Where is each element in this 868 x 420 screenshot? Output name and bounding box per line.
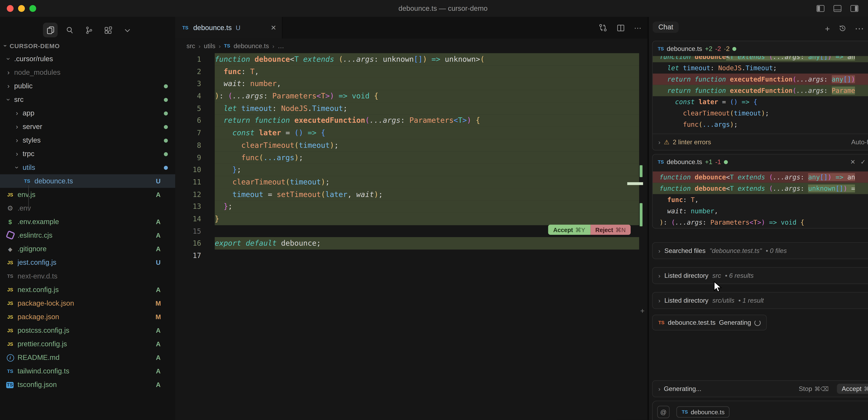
gitignore-icon: ◆ [6, 246, 15, 252]
code-line-12[interactable]: 12 timeout = setTimeout(later, wait); [175, 188, 648, 201]
tree-item-package-json[interactable]: JSpackage.jsonM [0, 310, 175, 324]
tree-item-label: public [14, 82, 32, 90]
history-icon[interactable] [838, 24, 846, 32]
tree-item-readme-md[interactable]: iREADME.mdA [0, 351, 175, 364]
tree-item--env[interactable]: ⚙.env [0, 201, 175, 215]
tool-row-searched-files[interactable]: › Searched files "debounce.test.ts" • 0 … [652, 242, 868, 259]
add-context-button[interactable]: @ [657, 406, 670, 418]
code-line-13[interactable]: 13 }; [175, 200, 648, 213]
code-line-4[interactable]: 4): (...args: Parameters<T>) => void { [175, 90, 648, 103]
toggle-left-panel-icon[interactable] [816, 4, 825, 13]
split-editor-icon[interactable] [616, 24, 625, 32]
tree-item-server[interactable]: ›server [0, 120, 175, 134]
accept-diff-button[interactable]: Accept⌘Y [548, 225, 590, 235]
code-line-10[interactable]: 10 }; [175, 164, 648, 176]
chevron-right-icon[interactable]: › [658, 385, 660, 392]
line-number: 7 [175, 127, 215, 139]
breadcrumb-src[interactable]: src [186, 43, 195, 49]
new-chat-icon[interactable]: + [825, 24, 830, 33]
tab-debounce-ts[interactable]: TS debounce.ts U ✕ [175, 17, 282, 38]
tree-item--gitignore[interactable]: ◆.gitignoreA [0, 242, 175, 256]
diff-card-header[interactable]: TS debounce.ts +1 -1 ✕ ✓ [653, 155, 868, 169]
tree-item-styles[interactable]: ›styles [0, 134, 175, 147]
accept-changes-icon[interactable]: ✓ [861, 158, 866, 166]
tool-row-listed-directory-src-utils[interactable]: › Listed directory src/utils • 1 result [652, 292, 868, 309]
project-root-row[interactable]: › CURSOR-DEMO [4, 41, 60, 51]
scrollbar-indicator[interactable] [627, 182, 643, 185]
diff-card-header[interactable]: TS debounce.ts +2 -2 ·2 [653, 41, 868, 56]
typescript-icon: TS [658, 159, 664, 165]
auto-fix-button[interactable]: Auto-fix › [851, 139, 868, 145]
breadcrumb-file[interactable]: debounce.ts [234, 43, 269, 49]
chat-input-box[interactable]: @ TS debounce.ts [652, 401, 868, 420]
diff-line: func: T, [653, 194, 868, 205]
code-line-2[interactable]: 2 func: T, [175, 65, 648, 78]
removed-count: -2 [715, 45, 721, 52]
linter-errors-label: 2 linter errors [673, 139, 711, 145]
stop-button[interactable]: Stop ⌘⌫ [799, 385, 829, 392]
toggle-right-panel-icon[interactable] [850, 4, 859, 13]
tree-item-package-lock-json[interactable]: JSpackage-lock.jsonM [0, 297, 175, 310]
tree-item-prettier-config-js[interactable]: JSprettier.config.jsA [0, 337, 175, 351]
editor-area: TS debounce.ts U ✕ ⋯ src › utils › TS de… [175, 17, 648, 420]
reject-diff-button[interactable]: Reject⌘N [590, 225, 631, 235]
tree-item-tsconfig-json[interactable]: TStsconfig.jsonA [0, 378, 175, 391]
diff-code-block[interactable]: function debounce<T extends (...args: an… [653, 171, 868, 228]
context-chip-debounce-ts[interactable]: TS debounce.ts [677, 406, 730, 418]
tree-item-next-env-d-ts[interactable]: TSnext-env.d.ts [0, 269, 175, 283]
code-line-1[interactable]: 1function debounce<T extends (...args: u… [175, 53, 648, 65]
tree-item-debounce-ts[interactable]: TSdebounce.tsU [0, 174, 175, 188]
extensions-icon[interactable] [100, 23, 115, 37]
source-control-icon[interactable] [82, 23, 96, 37]
code-line-6[interactable]: 6 return function executedFunction(...ar… [175, 115, 648, 127]
change-indicator-dot [164, 342, 168, 346]
tree-item-node-modules[interactable]: ›node_modules [0, 66, 175, 79]
code-line-3[interactable]: 3 wait: number, [175, 78, 648, 90]
close-tab-icon[interactable]: ✕ [271, 24, 276, 32]
breadcrumb[interactable]: src › utils › TS debounce.ts › … [186, 38, 284, 53]
more-actions-icon[interactable]: ⋯ [634, 24, 642, 32]
panel-divider-plus-icon[interactable]: + [640, 307, 645, 315]
breadcrumb-symbol[interactable]: … [278, 43, 284, 49]
tool-row-listed-directory-src[interactable]: › Listed directory src • 6 results [652, 267, 868, 284]
diff-code-block[interactable]: let timeout: NodeJS.Timeout; return func… [653, 62, 868, 130]
code-line-7[interactable]: 7 const later = () => { [175, 127, 648, 139]
chevron-right-icon: › [6, 68, 11, 77]
toggle-bottom-panel-icon[interactable] [833, 4, 842, 13]
tree-item-utils[interactable]: ›utils [0, 161, 175, 174]
breadcrumb-utils[interactable]: utils [204, 43, 215, 49]
more-icon[interactable]: ⋯ [855, 23, 864, 34]
tree-item--env-example[interactable]: $.env.exampleA [0, 215, 175, 229]
tree-item--cursor-rules[interactable]: ›.cursor/rules [0, 52, 175, 65]
explorer-files-icon[interactable] [43, 23, 58, 37]
tree-item-trpc[interactable]: ›trpc [0, 147, 175, 161]
chevron-right-icon: › [14, 150, 20, 158]
code-line-17[interactable]: 17 [175, 249, 648, 262]
tree-item-tailwind-config-ts[interactable]: TStailwind.config.tsA [0, 364, 175, 378]
chevron-down-icon[interactable] [120, 23, 134, 37]
linter-errors-row[interactable]: › ⚠ 2 linter errors Auto-fix › [653, 134, 868, 150]
code-line-5[interactable]: 5 let timeout: NodeJS.Timeout; [175, 102, 648, 115]
tree-item-app[interactable]: ›app [0, 106, 175, 120]
tree-item-jest-config-js[interactable]: JSjest.config.jsU [0, 256, 175, 269]
chat-tab[interactable]: Chat [653, 22, 679, 33]
code-line-14[interactable]: 14} [175, 213, 648, 225]
tree-item--eslintrc-cjs[interactable]: .eslintrc.cjsA [0, 229, 175, 242]
accept-generation-button[interactable]: Accept⌘⏎ [837, 384, 868, 394]
search-icon[interactable] [62, 23, 77, 37]
tree-item-src[interactable]: ›src [0, 93, 175, 106]
tree-item-env-js[interactable]: JSenv.jsA [0, 188, 175, 201]
diff-file-name: debounce.ts [667, 158, 702, 165]
tree-item-next-config-js[interactable]: JSnext.config.jsA [0, 283, 175, 297]
code-line-16[interactable]: 16export default debounce; [175, 237, 648, 250]
tree-item-postcss-config-js[interactable]: JSpostcss.config.jsA [0, 324, 175, 337]
change-indicator-dot [164, 152, 168, 156]
code-line-11[interactable]: 11 clearTimeout(timeout); [175, 176, 648, 188]
code-line-9[interactable]: 9 func(...args); [175, 151, 648, 164]
diff-line: ): (...args: Parameters<T>) => void { [653, 217, 868, 228]
tree-item-public[interactable]: ›public [0, 79, 175, 93]
compare-changes-icon[interactable] [598, 23, 608, 32]
code-line-8[interactable]: 8 clearTimeout(timeout); [175, 139, 648, 151]
reject-changes-icon[interactable]: ✕ [850, 158, 856, 166]
generating-file-chip[interactable]: TS debounce.test.ts Generating [652, 315, 767, 331]
